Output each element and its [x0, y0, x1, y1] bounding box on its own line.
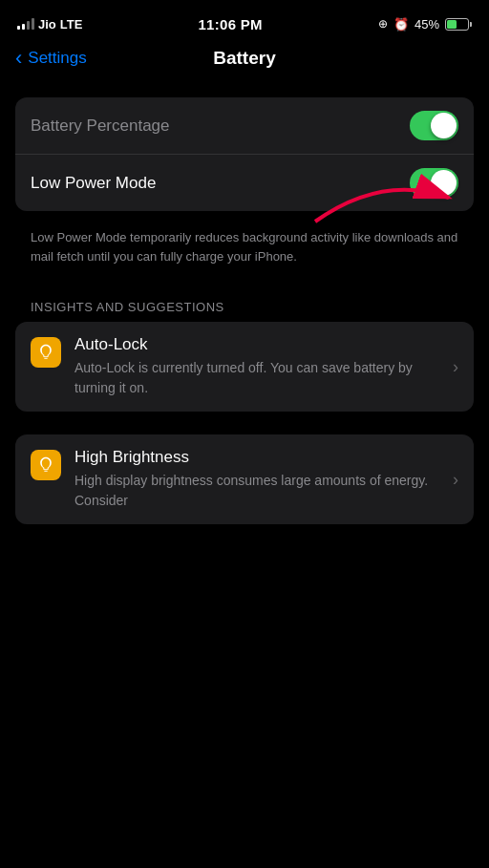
battery-icon	[445, 18, 472, 31]
high-brightness-desc: High display brightness consumes large a…	[74, 471, 432, 511]
battery-settings-group: Battery Percentage Low Power Mode	[15, 97, 474, 211]
carrier-label: Jio	[38, 17, 56, 32]
insights-section-header: INSIGHTS AND SUGGESTIONS	[0, 281, 489, 322]
status-right: ⊕ ⏰ 45%	[378, 17, 472, 32]
toggle-knob	[431, 113, 457, 138]
time-label: 11:06 PM	[198, 16, 262, 32]
nav-bar: ‹ Settings Battery	[0, 42, 489, 78]
high-brightness-title: High Brightness	[74, 448, 432, 467]
battery-percentage-toggle[interactable]	[410, 111, 458, 140]
low-power-mode-row: Low Power Mode	[15, 155, 474, 211]
content: Battery Percentage Low Power Mode Low Po…	[0, 97, 489, 524]
location-icon: ⊕	[378, 17, 388, 31]
auto-lock-content: Auto-Lock Auto-Lock is currently turned …	[74, 335, 432, 398]
high-brightness-content: High Brightness High display brightness …	[74, 448, 432, 511]
status-left: Jio LTE	[17, 17, 82, 32]
auto-lock-row[interactable]: Auto-Lock Auto-Lock is currently turned …	[15, 322, 474, 412]
auto-lock-title: Auto-Lock	[74, 335, 432, 354]
alarm-icon: ⏰	[393, 17, 409, 32]
low-power-mode-toggle[interactable]	[410, 168, 458, 198]
auto-lock-desc: Auto-Lock is currently turned off. You c…	[74, 358, 432, 398]
insights-group: Auto-Lock Auto-Lock is currently turned …	[15, 322, 474, 412]
high-brightness-icon	[31, 450, 61, 480]
high-brightness-group: High Brightness High display brightness …	[15, 434, 474, 524]
signal-icon	[17, 18, 34, 30]
bulb-icon	[36, 343, 55, 362]
page-title: Battery	[213, 48, 275, 69]
high-brightness-chevron-icon: ›	[453, 470, 458, 490]
bulb-icon-brightness	[36, 455, 55, 475]
toggle-knob-lpm	[431, 170, 457, 196]
network-type-label: LTE	[60, 17, 83, 32]
back-button[interactable]: ‹ Settings	[15, 48, 87, 69]
battery-percentage-label: Battery Percentage	[31, 116, 170, 136]
back-chevron-icon: ‹	[15, 48, 22, 69]
auto-lock-icon	[31, 337, 61, 368]
battery-percentage-row: Battery Percentage	[15, 97, 474, 155]
back-label: Settings	[28, 49, 86, 68]
low-power-mode-label: Low Power Mode	[31, 174, 156, 193]
auto-lock-chevron-icon: ›	[453, 357, 458, 377]
low-power-mode-description: Low Power Mode temporarily reduces backg…	[15, 219, 474, 281]
status-bar: Jio LTE 11:06 PM ⊕ ⏰ 45%	[0, 0, 489, 42]
high-brightness-row[interactable]: High Brightness High display brightness …	[15, 434, 474, 524]
battery-percent-label: 45%	[415, 17, 439, 32]
